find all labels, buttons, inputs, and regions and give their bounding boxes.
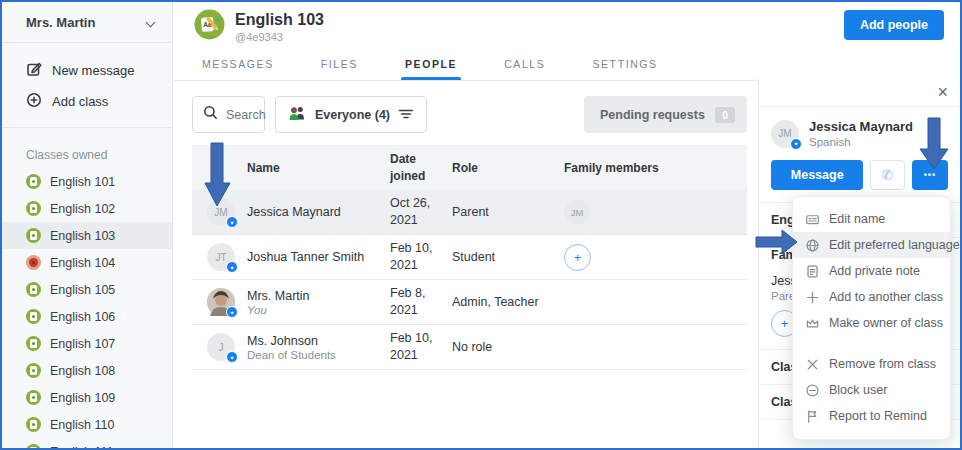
filter-icon (398, 106, 414, 124)
tab-files[interactable]: FILES (321, 58, 358, 80)
menu-item-add-to-another-class[interactable]: Add to another class (793, 284, 950, 310)
class-mini-avatar-icon (26, 255, 41, 270)
class-mini-avatar-icon (26, 309, 41, 324)
tab-people[interactable]: PEOPLE (405, 58, 457, 80)
class-mini-avatar-icon (26, 444, 41, 450)
row-date-joined: Oct 26, 2021 (390, 195, 452, 229)
sidebar-item-english-109[interactable]: English 109 (2, 384, 172, 411)
note-icon (805, 264, 820, 279)
classes-owned-label: Classes owned (2, 128, 172, 168)
row-date-joined: Feb 8, 2021 (390, 285, 452, 319)
class-mini-avatar-icon (26, 228, 41, 243)
search-input[interactable]: Search (192, 96, 265, 133)
message-button[interactable]: Message (771, 160, 863, 190)
sidebar-item-english-110[interactable]: English 110 (2, 411, 172, 438)
menu-item-add-private-note[interactable]: Add private note (793, 258, 950, 284)
chevron-down-icon (146, 17, 156, 27)
menu-item-block-user[interactable]: Block user (793, 377, 950, 403)
member-filter-dropdown[interactable]: Everyone (4) (275, 96, 427, 133)
panel-person-name: Jessica Maynard (809, 119, 913, 134)
sidebar-item-english-101[interactable]: English 101 (2, 168, 172, 195)
row-role: Student (452, 250, 564, 264)
menu-item-make-owner-of-class[interactable]: Make owner of class (793, 310, 950, 336)
sidebar-item-english-102[interactable]: English 102 (2, 195, 172, 222)
sidebar-item-english-106[interactable]: English 106 (2, 303, 172, 330)
pending-requests-label: Pending requests (600, 108, 705, 122)
context-menu: Edit nameEdit preferred languageAdd priv… (792, 196, 951, 440)
new-message-label: New message (52, 63, 134, 78)
member-filter-value: Everyone (4) (315, 108, 390, 122)
people-toolbar: Search Everyone (4) Pending requests (192, 96, 747, 133)
sidebar-item-english-111[interactable]: English 111 (2, 438, 172, 450)
account-switcher[interactable]: Mrs. Martin (2, 2, 172, 43)
class-name-label: English 106 (50, 310, 115, 324)
new-message-button[interactable]: New message (2, 55, 172, 86)
col-date-joined: Date joined (390, 151, 452, 183)
tab-settings[interactable]: SETTINGS (592, 58, 657, 80)
add-circle-icon (26, 92, 42, 111)
menu-item-label: Report to Remind (829, 409, 927, 423)
x-icon (805, 357, 820, 372)
menu-item-label: Edit name (829, 212, 885, 226)
menu-item-edit-preferred-language[interactable]: Edit preferred language (793, 232, 950, 258)
sidebar-item-english-105[interactable]: English 105 (2, 276, 172, 303)
class-name-label: English 103 (50, 229, 115, 243)
crown-icon (805, 316, 820, 331)
people-icon (288, 105, 307, 125)
person-avatar: JM✦ (771, 120, 799, 148)
table-row-ms-johnson[interactable]: J✦Ms. JohnsonDean of StudentsFeb 10, 202… (192, 325, 747, 370)
app-window: Mrs. Martin New message Add class Classe… (0, 0, 962, 450)
close-icon[interactable]: × (937, 83, 948, 101)
sidebar-item-english-104[interactable]: English 104 (2, 249, 172, 276)
pending-requests-button[interactable]: Pending requests 0 (584, 96, 747, 133)
row-date-joined: Feb 10, 2021 (390, 330, 452, 364)
class-name-label: English 102 (50, 202, 115, 216)
annotation-arrow-table (204, 142, 231, 208)
menu-item-report-to-remind[interactable]: Report to Remind (793, 403, 950, 429)
menu-item-label: Add private note (829, 264, 920, 278)
class-name-label: English 111 (50, 445, 113, 450)
table-row-mrs-martin[interactable]: ✦Mrs. MartinYouFeb 8, 2021Admin, Teacher (192, 280, 747, 325)
annotation-arrow-more-button (918, 117, 950, 171)
avatar: ✦ (207, 288, 235, 316)
class-mini-avatar-icon (26, 174, 41, 189)
table-row-jessica-maynard[interactable]: JM✦Jessica MaynardOct 26, 2021ParentJM (192, 190, 747, 235)
account-name: Mrs. Martin (26, 15, 95, 30)
people-table: Name Date joined Role Family members JM✦… (192, 145, 747, 370)
search-placeholder: Search (226, 108, 266, 122)
class-name-label: English 108 (50, 364, 115, 378)
avatar: JT✦ (207, 243, 235, 271)
tab-bar: MESSAGESFILESPEOPLECALLSSETTINGS (174, 46, 960, 81)
avatar: J✦ (207, 333, 235, 361)
tab-calls[interactable]: CALLS (504, 58, 545, 80)
tab-messages[interactable]: MESSAGES (202, 58, 274, 80)
annotation-arrow-menu-item (755, 229, 799, 255)
class-mini-avatar-icon (26, 417, 41, 432)
sidebar-item-english-108[interactable]: English 108 (2, 357, 172, 384)
add-class-button[interactable]: Add class (2, 86, 172, 117)
row-role: Parent (452, 205, 564, 219)
row-role: Admin, Teacher (452, 295, 564, 309)
family-member-avatar[interactable]: JM (564, 199, 590, 225)
row-name: Ms. Johnson (247, 334, 336, 348)
phone-button[interactable]: ✆ (870, 160, 904, 190)
class-code: @4e9343 (235, 31, 324, 43)
menu-item-remove-from-class[interactable]: Remove from class (793, 351, 950, 377)
row-date-joined: Feb 10, 2021 (390, 240, 452, 274)
class-mini-avatar-icon (26, 336, 41, 351)
class-list: English 101English 102English 103English… (2, 168, 172, 450)
add-people-button[interactable]: Add people (844, 10, 944, 40)
class-mini-avatar-icon (26, 282, 41, 297)
plus-icon (805, 290, 820, 305)
menu-item-label: Make owner of class (829, 316, 943, 330)
class-avatar-icon: Aa (194, 9, 225, 44)
menu-item-edit-name[interactable]: Edit name (793, 206, 950, 232)
menu-item-label: Remove from class (829, 357, 936, 371)
sidebar-item-english-103[interactable]: English 103 (2, 222, 172, 249)
table-row-joshua-tanner-smith[interactable]: JT✦Joshua Tanner SmithFeb 10, 2021Studen… (192, 235, 747, 280)
menu-item-label: Add to another class (829, 290, 943, 304)
add-family-member-button[interactable]: + (564, 244, 591, 271)
sidebar-item-english-107[interactable]: English 107 (2, 330, 172, 357)
class-name-label: English 104 (50, 256, 115, 270)
col-role: Role (452, 161, 564, 175)
